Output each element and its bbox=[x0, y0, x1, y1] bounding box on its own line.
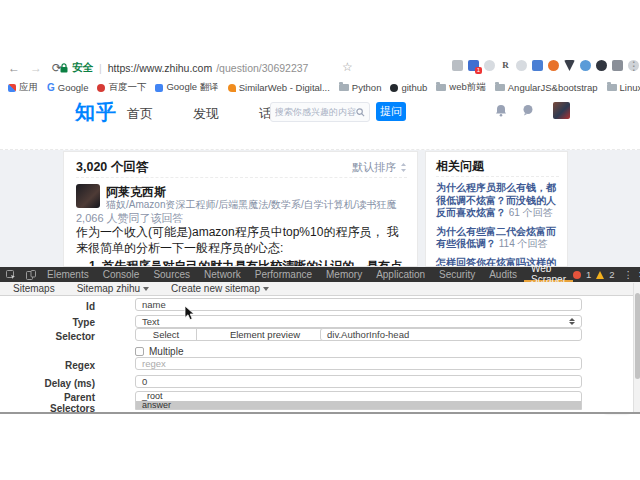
extension-notebook-icon[interactable] bbox=[532, 60, 543, 71]
extension-blocker-icon[interactable] bbox=[484, 60, 495, 71]
select-button[interactable]: Select bbox=[135, 328, 197, 341]
warning-badge-icon[interactable] bbox=[596, 271, 604, 279]
selector-label: Selector bbox=[25, 331, 95, 342]
type-select[interactable]: Text bbox=[135, 315, 582, 328]
extension-funnel-icon[interactable] bbox=[564, 60, 575, 71]
extension-readability-icon[interactable]: R bbox=[500, 60, 511, 71]
related-question[interactable]: 为什么有些富二代会炫富而有些很低调？ 114 个回答 bbox=[436, 226, 562, 251]
tab-security[interactable]: Security bbox=[432, 267, 482, 282]
devtools-bottom-edge bbox=[0, 412, 640, 414]
type-label: Type bbox=[25, 317, 95, 328]
nav-discover[interactable]: 发现 bbox=[193, 105, 219, 123]
search-input[interactable]: 搜索你感兴趣的内容... bbox=[270, 102, 370, 122]
parent-option-root[interactable]: _root bbox=[136, 392, 581, 401]
extension-globe-icon[interactable] bbox=[596, 60, 607, 71]
devtools-scrollbar[interactable] bbox=[633, 283, 640, 412]
tab-console[interactable]: Console bbox=[96, 267, 147, 282]
extension-knight-icon[interactable] bbox=[612, 60, 623, 71]
zhihu-logo[interactable]: 知乎 bbox=[75, 99, 117, 126]
url-path: /question/30692237 bbox=[216, 62, 308, 74]
tab-performance[interactable]: Performance bbox=[248, 267, 319, 282]
bookmark-item[interactable]: G Google bbox=[47, 82, 88, 93]
nav-home[interactable]: 首页 bbox=[127, 105, 153, 123]
author-bio: 猫奴/Amazon资深工程师/后端黑魔法/数学系/自学计算机/读书狂魔 bbox=[106, 198, 406, 212]
error-count: 1 bbox=[586, 269, 591, 280]
tab-elements[interactable]: Elements bbox=[40, 267, 96, 282]
tab-application[interactable]: Application bbox=[369, 267, 432, 282]
extension-dictionary-icon[interactable]: 1 bbox=[468, 60, 479, 71]
related-question-count: 114 个回答 bbox=[499, 238, 548, 249]
chevron-down-icon bbox=[143, 287, 149, 291]
user-avatar[interactable] bbox=[553, 102, 570, 119]
regex-input[interactable]: regex bbox=[135, 357, 582, 370]
bookmark-item[interactable]: SimilarWeb - Digital... bbox=[228, 82, 330, 93]
web-scraper-toolbar: Sitemaps Sitemap zhihu Create new sitema… bbox=[0, 282, 640, 296]
forward-icon[interactable]: → bbox=[30, 61, 42, 75]
bookmark-item[interactable]: 百度一下 bbox=[97, 81, 146, 94]
select-stepper-icon bbox=[569, 318, 575, 325]
devtools-menu-icon[interactable]: ⋮ bbox=[624, 269, 634, 280]
baidu-icon bbox=[97, 84, 105, 92]
folder-icon bbox=[339, 84, 349, 91]
github-icon bbox=[390, 84, 398, 92]
sitemap-zhihu-dropdown[interactable]: Sitemap zhihu bbox=[77, 283, 149, 294]
warning-count: 2 bbox=[609, 269, 614, 280]
tab-memory[interactable]: Memory bbox=[319, 267, 369, 282]
sitemaps-menu[interactable]: Sitemaps bbox=[13, 283, 55, 294]
bookmark-folder[interactable]: Python bbox=[339, 82, 382, 93]
parent-selectors-listbox: _root answer bbox=[135, 391, 582, 410]
sort-dropdown[interactable]: 默认排序 bbox=[352, 160, 407, 175]
zhihu-header: 知乎 首页 发现 话题 搜索你感兴趣的内容... 提问 已关注 | 查看回答 bbox=[0, 95, 640, 150]
scrollbar-thumb[interactable] bbox=[635, 293, 640, 379]
mouse-cursor bbox=[184, 305, 195, 321]
delay-input[interactable]: 0 bbox=[135, 375, 582, 388]
tab-web-scraper[interactable]: Web Scraper bbox=[524, 267, 573, 282]
bookmark-folder[interactable]: AngularJS&bootstrap bbox=[495, 82, 598, 93]
chevron-down-icon bbox=[263, 287, 269, 291]
bookmark-folder[interactable]: web前端 bbox=[436, 81, 485, 94]
bookmark-item[interactable]: Google 翻译 bbox=[155, 81, 218, 94]
messages-icon[interactable] bbox=[522, 104, 534, 116]
address-bar[interactable]: 安全 | https://www.zhihu.com/question/3069… bbox=[60, 61, 308, 75]
regex-label: Regex bbox=[25, 360, 95, 371]
search-icon[interactable] bbox=[356, 108, 365, 117]
apps-shortcut[interactable]: 应用 bbox=[8, 81, 38, 94]
extension-target-icon[interactable] bbox=[548, 60, 559, 71]
security-label: 安全 bbox=[72, 61, 93, 75]
ask-question-button[interactable]: 提问 bbox=[376, 102, 406, 121]
tab-audits[interactable]: Audits bbox=[482, 267, 524, 282]
extension-icon[interactable] bbox=[452, 60, 463, 71]
bookmark-star-icon[interactable]: ☆ bbox=[342, 60, 353, 74]
extensions-row: 1 R bbox=[452, 60, 639, 71]
selector-input[interactable]: div.AuthorInfo-head bbox=[320, 328, 582, 341]
related-questions-card: 相关问题 为什么程序员那么有钱，都很低调不炫富？而没钱的人反而喜欢炫富？ 61 … bbox=[425, 151, 568, 267]
element-preview-button[interactable]: Element preview bbox=[196, 328, 334, 341]
browser-menu-icon[interactable]: ⋮ bbox=[628, 59, 640, 73]
multiple-checkbox-row: Multiple bbox=[135, 346, 183, 357]
error-badge-icon[interactable] bbox=[573, 271, 581, 279]
id-input[interactable]: name bbox=[135, 298, 582, 311]
translate-icon bbox=[155, 84, 163, 92]
tab-sources[interactable]: Sources bbox=[146, 267, 197, 282]
bookmark-item[interactable]: github bbox=[390, 82, 427, 93]
lock-icon bbox=[60, 63, 68, 73]
device-toolbar-icon[interactable] bbox=[26, 270, 36, 280]
parent-option-answer[interactable]: answer bbox=[136, 401, 581, 410]
address-divider: | bbox=[99, 62, 102, 74]
author-avatar[interactable] bbox=[76, 184, 100, 208]
parent-selectors-label: Parent Selectors bbox=[25, 392, 95, 414]
apps-grid-icon bbox=[8, 84, 16, 92]
notifications-bell-icon[interactable] bbox=[495, 104, 507, 117]
google-icon: G bbox=[47, 82, 55, 93]
inspect-element-icon[interactable] bbox=[6, 270, 16, 280]
search-placeholder: 搜索你感兴趣的内容... bbox=[275, 106, 356, 119]
multiple-label: Multiple bbox=[149, 346, 183, 357]
back-icon[interactable]: ← bbox=[8, 61, 20, 75]
related-question[interactable]: 为什么程序员那么有钱，都很低调不炫富？而没钱的人反而喜欢炫富？ 61 个回答 bbox=[436, 182, 562, 220]
multiple-checkbox[interactable] bbox=[135, 347, 144, 356]
create-sitemap-dropdown[interactable]: Create new sitemap bbox=[171, 283, 269, 294]
extension-icon[interactable] bbox=[580, 60, 591, 71]
bookmark-folder[interactable]: Linux bbox=[607, 82, 640, 93]
extension-icon[interactable] bbox=[516, 60, 527, 71]
tab-network[interactable]: Network bbox=[197, 267, 248, 282]
